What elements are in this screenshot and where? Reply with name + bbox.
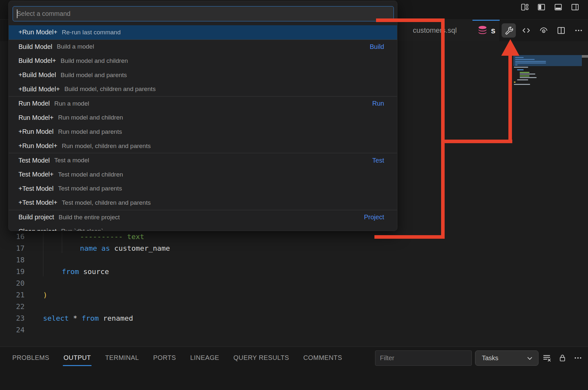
code-text: from source: [62, 266, 109, 278]
lock-icon[interactable]: [557, 351, 568, 364]
tab-customers-sql[interactable]: customers.sql: [397, 20, 473, 41]
command-description: Build model and parents: [61, 72, 127, 79]
command-label: +Test Model: [18, 185, 53, 192]
preview-icon: [538, 26, 549, 35]
toggle-secondary-sidebar-icon[interactable]: [571, 3, 580, 12]
command-palette: +Run Model+Re-run last commandBuild Mode…: [8, 1, 397, 231]
panel-tab-comments[interactable]: COMMENTS: [303, 354, 342, 366]
code-text: name as customer_name: [80, 243, 170, 254]
split-editor-button[interactable]: [554, 23, 568, 38]
command-item[interactable]: +Test Model+Test model, children and par…: [9, 196, 397, 210]
command-item[interactable]: +Run ModelRun model and parents: [9, 125, 397, 139]
code-button[interactable]: [519, 23, 533, 38]
toggle-sidebar-icon[interactable]: [537, 3, 546, 12]
command-label: +Build Model: [18, 71, 56, 79]
line-number: 19: [0, 266, 25, 278]
toggle-panel-icon[interactable]: [554, 3, 563, 12]
command-item[interactable]: Build projectBuild the entire projectPro…: [9, 210, 397, 224]
tab-label-clipped: s: [491, 26, 495, 35]
command-label: Test Model: [18, 157, 50, 164]
more-actions-icon[interactable]: [572, 351, 584, 364]
code-token: *: [73, 314, 77, 322]
command-item[interactable]: +Run Model+Re-run last command: [9, 25, 397, 40]
minimap-line: [515, 59, 535, 60]
command-group-badge: Run: [372, 100, 384, 107]
panel-tab-problems[interactable]: PROBLEMS: [12, 354, 49, 366]
filter-input[interactable]: [375, 350, 472, 366]
command-description: Test model and parents: [58, 185, 122, 192]
panel-action-icons: [541, 351, 584, 364]
code-text: ---------- text: [80, 231, 144, 243]
panel-tab-ports[interactable]: PORTS: [153, 354, 176, 366]
command-description: Test model and children: [58, 171, 123, 178]
code-line: 21): [0, 289, 356, 301]
command-item[interactable]: +Build ModelBuild model and parents: [9, 68, 397, 82]
minimap-line: [515, 61, 546, 62]
minimap-viewport[interactable]: [513, 55, 582, 66]
code-line: 16---------- text: [0, 231, 356, 243]
annotation-arrow-vertical-segment: [441, 18, 445, 239]
command-item[interactable]: Build ModelBuild a modelBuild: [9, 40, 397, 54]
command-list: +Run Model+Re-run last commandBuild Mode…: [9, 25, 397, 231]
command-label: +Test Model+: [18, 199, 57, 206]
code-token: as: [101, 244, 110, 252]
code-token: source: [79, 268, 109, 276]
command-item[interactable]: Run ModelRun a modelRun: [9, 97, 397, 111]
panel-tab-lineage[interactable]: LINEAGE: [190, 354, 219, 366]
code-token: select: [43, 314, 69, 322]
command-description: Run `dbt clean`: [61, 228, 103, 231]
annotation-arrow-branch-segment: [445, 140, 512, 143]
command-label: Build Model+: [18, 57, 56, 64]
panel-tab-output[interactable]: OUTPUT: [63, 354, 91, 366]
panel-tab-query-results[interactable]: QUERY RESULTS: [233, 354, 289, 366]
command-label: +Build Model+: [18, 86, 60, 93]
line-number: 17: [0, 243, 25, 254]
code-line: 22: [0, 301, 356, 313]
more-actions-button[interactable]: [571, 23, 586, 38]
command-item[interactable]: Test Model+Test model and children: [9, 167, 397, 182]
code-line: 24: [0, 324, 356, 336]
code-token: renamed: [99, 314, 133, 322]
command-item[interactable]: Clean projectRun `dbt clean`: [9, 224, 397, 231]
wrench-button[interactable]: [502, 23, 516, 38]
command-item[interactable]: +Build Model+Build model, children and p…: [9, 82, 397, 96]
code-token: customer_name: [110, 244, 170, 252]
code-line: 17name as customer_name: [0, 243, 356, 254]
command-description: Build model, children and parents: [64, 86, 156, 93]
editor-scrollbar-thumb[interactable]: [582, 55, 588, 58]
minimap-line: [520, 75, 529, 76]
command-description: Test model, children and parents: [62, 199, 151, 206]
command-description: Build a model: [57, 43, 94, 50]
command-description: Run model and parents: [58, 128, 122, 135]
tasks-dropdown[interactable]: Tasks: [475, 350, 538, 366]
annotation-arrow-bottom-segment: [374, 235, 445, 239]
panel-tab-terminal[interactable]: TERMINAL: [105, 354, 139, 366]
minimap-line: [515, 64, 517, 65]
tab-active-sql-file[interactable]: s: [472, 20, 500, 41]
code-line: 23select * from renamed: [0, 313, 356, 324]
line-number: 23: [0, 313, 25, 324]
vscode-window: customers.sql s 16---------- text17name …: [0, 0, 588, 390]
code-token: [97, 244, 101, 252]
command-item[interactable]: Build Model+Build model and children: [9, 54, 397, 68]
minimap-line: [517, 79, 528, 80]
code-token: name: [80, 244, 97, 252]
indent-guide: [62, 232, 62, 253]
command-description: Build model and children: [61, 57, 128, 64]
window-layout-controls: [520, 3, 580, 12]
command-item[interactable]: Test ModelTest a modelTest: [9, 153, 397, 167]
command-label: Build project: [18, 213, 54, 221]
preview-button[interactable]: [537, 23, 551, 38]
code-icon: [521, 26, 532, 35]
command-item[interactable]: +Test ModelTest model and parents: [9, 182, 397, 196]
command-label: Test Model+: [18, 171, 53, 178]
command-input[interactable]: [13, 6, 394, 21]
command-description: Build the entire project: [59, 214, 120, 221]
line-number: 18: [0, 254, 25, 266]
command-item[interactable]: +Run Model+Run model, children and paren…: [9, 139, 397, 153]
minimap[interactable]: [513, 41, 582, 307]
annotation-arrow-top-segment: [376, 18, 445, 22]
customize-layout-icon[interactable]: [520, 3, 529, 12]
command-item[interactable]: Run Model+Run model and children: [9, 111, 397, 125]
clear-output-icon[interactable]: [541, 351, 553, 364]
